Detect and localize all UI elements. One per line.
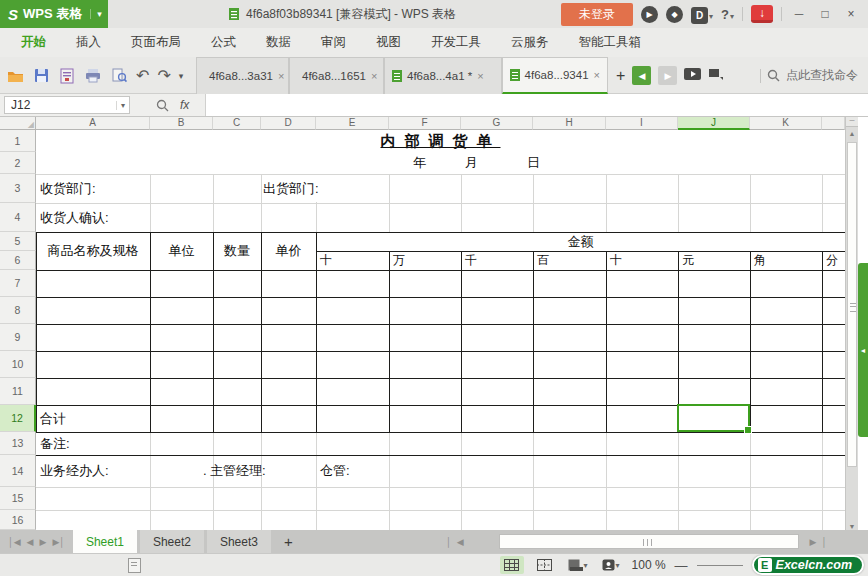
warehouse-cell[interactable]: 仓管: xyxy=(320,455,350,487)
redo-icon[interactable]: ↷ xyxy=(157,67,170,85)
column-header-C[interactable]: C xyxy=(213,117,261,130)
horizontal-scrollbar[interactable]: │ ◀ ▶ │ xyxy=(446,532,827,551)
tab-page-layout[interactable]: 页面布局 xyxy=(116,28,196,57)
ship-dept-cell[interactable]: 出货部门: xyxy=(263,175,323,202)
column-header-A[interactable]: A xyxy=(36,117,150,130)
date-year-cell[interactable]: 年 xyxy=(413,152,426,174)
last-sheet-icon[interactable]: ▶│ xyxy=(52,537,65,547)
scroll-down-icon[interactable]: ▼ xyxy=(846,523,858,530)
chevron-down-icon[interactable]: ▾ xyxy=(116,101,129,110)
command-search[interactable]: 点此查找命令 xyxy=(760,57,858,94)
row-header-10[interactable]: 10 xyxy=(0,351,36,378)
receive-dept-cell[interactable]: 收货部门: xyxy=(40,174,96,203)
formula-input[interactable] xyxy=(205,94,868,116)
digit-cell-qian[interactable]: 千 xyxy=(465,251,477,270)
digit-cell-yuan[interactable]: 元 xyxy=(682,251,694,270)
column-header-L-partial[interactable] xyxy=(822,117,845,130)
row-header-6[interactable]: 6 xyxy=(0,251,36,270)
scroll-right-icon[interactable]: ▶ xyxy=(810,537,817,547)
total-cell[interactable]: 合计 xyxy=(40,405,66,432)
product-name-header-cell[interactable]: 商品名称及规格 xyxy=(36,232,150,270)
page-layout-view-icon[interactable]: ▾ xyxy=(566,556,590,574)
tab-data[interactable]: 数据 xyxy=(251,28,306,57)
paste-indicator-icon[interactable] xyxy=(128,558,141,573)
row-header-16[interactable]: 16 xyxy=(0,510,36,530)
digit-cell-fen[interactable]: 分 xyxy=(826,251,838,270)
digit-cell-bai[interactable]: 百 xyxy=(537,251,549,270)
receiver-confirm-cell[interactable]: 收货人确认: xyxy=(40,203,109,232)
download-icon[interactable]: ↓ xyxy=(751,5,773,23)
tab-smart-toolbox[interactable]: 智能工具箱 xyxy=(564,28,657,57)
export-pdf-icon[interactable] xyxy=(58,67,76,85)
selected-cell-J12[interactable] xyxy=(677,404,750,432)
row-header-12-selected[interactable]: 12 xyxy=(0,405,36,432)
row-header-1[interactable]: 1 xyxy=(0,130,36,152)
save-icon[interactable] xyxy=(32,67,50,85)
date-day-cell[interactable]: 日 xyxy=(527,152,540,174)
column-header-E[interactable]: E xyxy=(316,117,389,130)
skin-icon[interactable]: ▶ xyxy=(641,6,658,23)
sheet-tab-sheet3[interactable]: Sheet3 xyxy=(207,530,271,553)
maximize-button[interactable]: □ xyxy=(816,7,834,21)
forward-button[interactable]: ▶ xyxy=(658,66,677,85)
next-sheet-icon[interactable]: ▶ xyxy=(39,537,46,547)
open-file-icon[interactable] xyxy=(6,67,24,85)
normal-view-icon[interactable] xyxy=(500,556,524,574)
close-icon[interactable]: × xyxy=(371,70,377,82)
row-header-2[interactable]: 2 xyxy=(0,152,36,174)
remarks-cell[interactable]: 备注: xyxy=(40,432,70,455)
tab-cloud[interactable]: 云服务 xyxy=(496,28,564,57)
docer-menu[interactable]: D▾ xyxy=(691,5,713,24)
digit-cell-wan[interactable]: 万 xyxy=(393,251,405,270)
new-tab-button[interactable]: + xyxy=(616,67,625,85)
insert-function-icon[interactable]: fx xyxy=(180,96,189,114)
tab-formulas[interactable]: 公式 xyxy=(196,28,251,57)
tab-insert[interactable]: 插入 xyxy=(61,28,116,57)
back-button[interactable]: ◀ xyxy=(632,66,651,85)
tab-view[interactable]: 视图 xyxy=(361,28,416,57)
fill-handle[interactable] xyxy=(744,426,752,434)
add-sheet-button[interactable]: + xyxy=(274,530,303,553)
upgrade-icon[interactable]: ◆ xyxy=(666,6,683,23)
doc-tab-2[interactable]: 4f6a8...1651 × xyxy=(289,57,384,94)
column-header-I[interactable]: I xyxy=(606,117,678,130)
row-header-14[interactable]: 14 xyxy=(0,455,36,487)
column-header-F[interactable]: F xyxy=(389,117,461,130)
doc-tab-1[interactable]: 4f6a8...3a31 × xyxy=(196,57,289,94)
undo-icon[interactable]: ↶ xyxy=(136,67,149,85)
digit-cell-shi[interactable]: 十 xyxy=(610,251,622,270)
login-button[interactable]: 未登录 xyxy=(561,3,633,26)
toolbar-more-icon[interactable]: ▾ xyxy=(179,71,184,81)
prev-sheet-icon[interactable]: ◀ xyxy=(27,537,34,547)
column-header-K[interactable]: K xyxy=(750,117,822,130)
digit-cell-jiao[interactable]: 角 xyxy=(754,251,766,270)
wps-app-menu[interactable]: S WPS 表格 ▾ xyxy=(0,0,108,28)
share-icon[interactable] xyxy=(708,67,724,85)
name-box[interactable]: J12 ▾ xyxy=(4,96,130,114)
sheet-tab-sheet1[interactable]: Sheet1 xyxy=(73,530,137,553)
scroll-left-icon[interactable]: ◀ xyxy=(457,537,464,547)
digit-cell-shiwan[interactable]: 十 xyxy=(320,251,332,270)
price-header-cell[interactable]: 单价 xyxy=(261,232,316,270)
amount-header-cell[interactable]: 金额 xyxy=(316,232,845,251)
doc-tab-4-active[interactable]: 4f6a8...9341 × xyxy=(502,57,608,94)
form-title-cell[interactable]: 内部调货单 xyxy=(36,130,845,152)
row-header-4[interactable]: 4 xyxy=(0,203,36,232)
zoom-level[interactable]: 100 % xyxy=(632,558,666,572)
row-header-11[interactable]: 11 xyxy=(0,378,36,405)
first-sheet-icon[interactable]: │◀ xyxy=(8,537,21,547)
handler-cell[interactable]: 业务经办人: xyxy=(40,455,109,487)
close-icon[interactable]: × xyxy=(594,69,600,81)
screen-record-icon[interactable] xyxy=(684,67,701,85)
qty-header-cell[interactable]: 数量 xyxy=(213,232,261,270)
help-menu[interactable]: ?▾ xyxy=(721,5,734,23)
tab-home[interactable]: 开始 xyxy=(6,28,61,57)
split-handle[interactable]: ─ xyxy=(846,117,858,127)
select-all-corner[interactable]: ◢ xyxy=(0,117,36,130)
column-header-H[interactable]: H xyxy=(533,117,606,130)
zoom-out-icon[interactable]: — xyxy=(675,558,688,573)
manager-cell[interactable]: 主管经理: xyxy=(210,455,266,487)
doc-tab-3[interactable]: 4f6a8...4a1 * × xyxy=(384,57,502,94)
zoom-slider[interactable] xyxy=(697,565,743,566)
row-header-7[interactable]: 7 xyxy=(0,270,36,297)
